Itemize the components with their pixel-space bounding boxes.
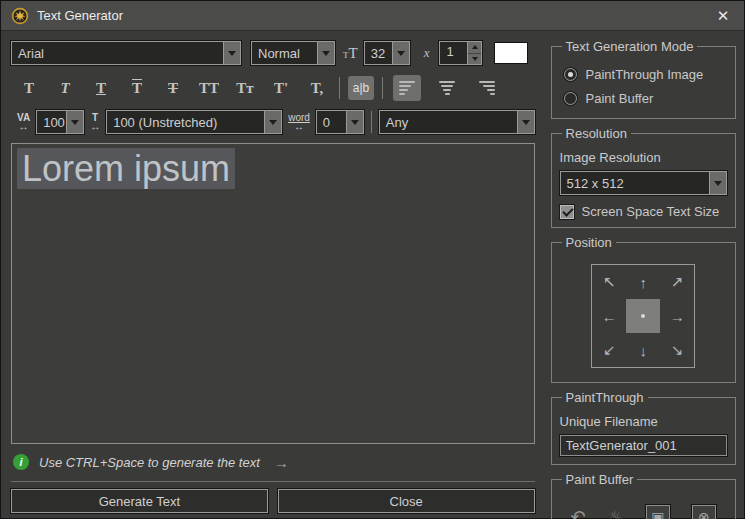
group-title: Resolution: [562, 126, 631, 141]
paint-buffer-buttons: ↶ ♨ ▣ ⊗: [560, 497, 727, 519]
image-resolution-value: 512 x 512: [561, 176, 709, 191]
uppercase-button[interactable]: TT: [191, 75, 227, 101]
multiplier-label: x: [424, 45, 430, 61]
paint-buffer-group: Paint Buffer ↶ ♨ ▣ ⊗: [551, 472, 736, 519]
superscript-button[interactable]: T': [263, 75, 299, 101]
text-generation-mode-group: Text Generation Mode PaintThrough Image …: [551, 39, 736, 119]
letter-spacing-icon: VA ↔: [17, 113, 30, 131]
close-button[interactable]: Close: [278, 489, 535, 513]
position-pad: ↖ ↑ ↗ ← → ↙ ↓ ↘: [591, 264, 695, 368]
font-size-select[interactable]: 32: [364, 41, 410, 65]
kerning-button[interactable]: a|b: [348, 76, 374, 100]
unique-filename-input[interactable]: [560, 435, 727, 456]
radio-option-paint-buffer[interactable]: Paint Buffer: [564, 91, 727, 106]
text-color-swatch[interactable]: [494, 42, 528, 64]
stamp-icon[interactable]: ▣: [646, 505, 670, 519]
position-center-button[interactable]: [626, 299, 660, 333]
radio-label: PaintThrough Image: [586, 67, 704, 82]
multiplier-value: 1: [440, 42, 467, 64]
generate-text-button[interactable]: Generate Text: [11, 489, 268, 513]
position-top-button[interactable]: ↑: [626, 265, 660, 299]
align-center-button[interactable]: [433, 75, 461, 101]
text-generator-window: Text Generator ✕ Arial Normal TT 32: [0, 0, 745, 519]
arrow-right-icon: →: [274, 454, 289, 471]
position-right-button[interactable]: →: [660, 299, 694, 333]
position-top-right-button[interactable]: ↗: [660, 265, 694, 299]
overline-button[interactable]: T: [119, 75, 155, 101]
preview-text: Lorem ipsum: [17, 148, 235, 189]
font-style-select[interactable]: Normal: [251, 41, 335, 65]
separator: [382, 77, 383, 99]
language-value: Any: [380, 115, 517, 130]
footer-buttons: Generate Text Close: [11, 489, 535, 513]
word-spacing-value: 0: [317, 115, 346, 130]
resolution-group: Resolution Image Resolution 512 x 512 Sc…: [551, 126, 736, 228]
chevron-down-icon: [223, 42, 240, 64]
strikethrough-button[interactable]: T: [155, 75, 191, 101]
position-top-left-button[interactable]: ↖: [592, 265, 626, 299]
checkbox-label: Screen Space Text Size: [582, 204, 720, 219]
subscript-button[interactable]: T,: [299, 75, 335, 101]
group-title: PaintThrough: [562, 390, 648, 405]
position-bottom-button[interactable]: ↓: [626, 333, 660, 367]
window-title: Text Generator: [37, 8, 123, 23]
position-left-button[interactable]: ←: [592, 299, 626, 333]
chevron-down-icon: [317, 42, 334, 64]
format-row: T T T T T TT Tᴛ T' T, a|b: [11, 73, 535, 103]
group-title: Paint Buffer: [562, 472, 638, 487]
image-resolution-label: Image Resolution: [560, 150, 727, 165]
position-bottom-right-button[interactable]: ↘: [660, 333, 694, 367]
dialog-body: Arial Normal TT 32 x 1: [1, 31, 744, 519]
underline-button[interactable]: T: [83, 75, 119, 101]
stepper-buttons: [467, 42, 481, 64]
info-icon: i: [13, 454, 29, 470]
align-left-icon: [399, 81, 415, 95]
align-left-button[interactable]: [393, 75, 421, 101]
paintthrough-group: PaintThrough Unique Filename: [551, 390, 736, 465]
font-family-value: Arial: [12, 46, 223, 61]
font-family-select[interactable]: Arial: [11, 41, 241, 65]
group-title: Text Generation Mode: [562, 39, 698, 54]
font-row: Arial Normal TT 32 x 1: [11, 40, 535, 66]
stepper-down-icon[interactable]: [468, 54, 481, 65]
radio-label: Paint Buffer: [586, 91, 654, 106]
close-icon[interactable]: ✕: [712, 7, 734, 25]
undo-icon[interactable]: ↶: [571, 506, 586, 519]
radio-option-paintthrough[interactable]: PaintThrough Image: [564, 67, 727, 82]
italic-button[interactable]: T: [47, 75, 83, 101]
screen-space-row[interactable]: Screen Space Text Size: [560, 204, 727, 219]
chevron-down-icon: [264, 111, 281, 133]
bake-icon[interactable]: ♨: [608, 506, 624, 519]
letter-spacing-value: 100: [37, 115, 66, 130]
letter-spacing-select[interactable]: 100: [36, 110, 84, 134]
bold-button[interactable]: T: [11, 75, 47, 101]
separator: [371, 111, 372, 133]
stretch-icon: T ↔: [90, 113, 100, 131]
separator: [339, 77, 340, 99]
font-size-value: 32: [365, 46, 392, 61]
unique-filename-label: Unique Filename: [560, 414, 727, 429]
align-right-icon: [479, 81, 495, 95]
app-icon: [11, 7, 29, 25]
radio-icon[interactable]: [564, 92, 577, 105]
hint-text: Use CTRL+Space to generate the text: [39, 455, 260, 470]
left-panel: Arial Normal TT 32 x 1: [1, 31, 545, 519]
font-style-value: Normal: [252, 46, 317, 61]
language-select[interactable]: Any: [379, 110, 535, 134]
right-panel: Text Generation Mode PaintThrough Image …: [545, 31, 744, 519]
small-caps-button[interactable]: Tᴛ: [227, 75, 263, 101]
checkbox-checked-icon[interactable]: [560, 205, 574, 219]
hint-row: i Use CTRL+Space to generate the text →: [11, 447, 535, 477]
text-preview-area[interactable]: Lorem ipsum: [11, 143, 535, 444]
clear-icon[interactable]: ⊗: [692, 505, 716, 519]
multiplier-stepper[interactable]: 1: [439, 41, 482, 65]
word-spacing-select[interactable]: 0: [316, 110, 364, 134]
stepper-up-icon[interactable]: [468, 42, 481, 54]
position-bottom-left-button[interactable]: ↙: [592, 333, 626, 367]
chevron-down-icon: [66, 111, 83, 133]
title-bar: Text Generator ✕: [1, 1, 744, 31]
radio-selected-icon[interactable]: [564, 68, 577, 81]
stretch-select[interactable]: 100 (Unstretched): [106, 110, 282, 134]
align-right-button[interactable]: [473, 75, 501, 101]
image-resolution-select[interactable]: 512 x 512: [560, 171, 727, 195]
